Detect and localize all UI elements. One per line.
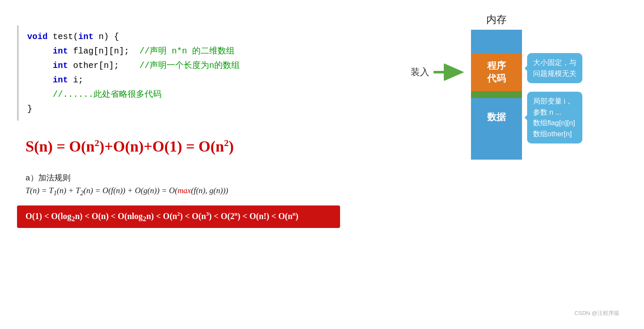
keyword-int-2: int [53,44,68,59]
code-line-4: int i; [27,73,357,87]
comment-ellipsis: //......此处省略很多代码 [53,87,162,102]
keyword-int-1: int [78,30,94,44]
code-i: i; [68,73,83,87]
code-flag: flag[n][n]; [68,44,139,59]
comment-flag: //声明 n*n 的二维数组 [139,44,235,59]
code-other: other[n]; [68,59,139,73]
mem-block-bottom [471,136,522,160]
addition-rule: a）加法规则 T(n) = T1(n) + T2(n) = O(f(n)) + … [17,172,366,197]
arrow-label: 装入 [411,66,429,79]
code-brace-close: } [27,102,32,116]
mem-block-divider [471,91,522,98]
callout-container: 大小固定，与问题规模无关 局部变量 i，参数 n ...数组flag[n][n]… [527,53,582,143]
code-line-2: int flag[n][n]; //声明 n*n 的二维数组 [27,44,357,59]
code-func-sig: test( [48,30,78,44]
left-panel: void test( int n) { int flag[n][n]; //声明… [17,8,366,321]
rule-formula: T(n) = T1(n) + T2(n) = O(f(n)) + O(g(n))… [26,186,357,197]
keyword-void: void [27,30,48,44]
code-line-1: void test( int n) { [27,30,357,44]
keyword-int-4: int [53,73,68,87]
keyword-int-3: int [53,59,68,73]
right-panel: 内存 装入 程序代码 数据 [366,8,627,321]
mem-block-program: 程序代码 [471,53,522,91]
formula-main: S(n) = O(n2)+O(n)+O(1) = O(n2) [26,138,357,155]
callout-data: 局部变量 i，参数 n ...数组flag[n][n]数组other[n] [527,92,582,143]
code-line-3: int other[n]; //声明一个长度为n的数组 [27,59,357,73]
callout-program: 大小固定，与问题规模无关 [527,53,582,83]
main-container: void test( int n) { int flag[n][n]; //声明… [0,0,644,329]
rule-label: a）加法规则 [26,172,357,183]
memory-diagram: 装入 程序代码 数据 [411,30,582,160]
arrow-icon [433,64,467,81]
complexity-bar: O(1) < O(log2n) < O(n) < O(nlog2n) < O(n… [17,205,340,228]
memory-stack: 程序代码 数据 [471,30,522,160]
memory-title: 内存 [486,13,507,26]
formula-area: S(n) = O(n2)+O(n)+O(1) = O(n2) [17,133,366,160]
code-param: n) { [94,30,119,44]
code-block: void test( int n) { int flag[n][n]; //声明… [17,25,366,121]
mem-block-top [471,30,522,53]
mem-block-data: 数据 [471,98,522,136]
arrow-container: 装入 [411,64,467,81]
comment-other: //声明一个长度为n的数组 [139,59,240,73]
watermark: CSDN @汪程序猿 [574,309,619,317]
code-line-6: } [27,102,357,116]
code-line-5: //......此处省略很多代码 [27,87,357,102]
